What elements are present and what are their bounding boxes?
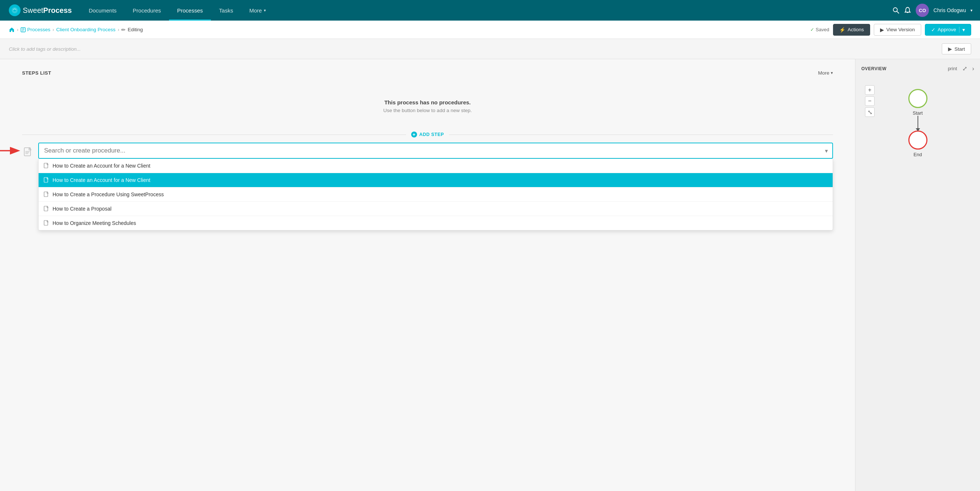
- start-circle: [908, 89, 928, 108]
- svg-point-1: [14, 9, 16, 11]
- breadcrumb-processes[interactable]: Processes: [21, 27, 50, 32]
- search-area: ▾ How to Create an Account for a New Cli…: [22, 143, 833, 159]
- svg-line-3: [897, 11, 899, 13]
- breadcrumb: › Processes › Client Onboarding Process …: [9, 27, 143, 33]
- zoom-out-button[interactable]: −: [865, 96, 875, 106]
- search-procedure-input[interactable]: [39, 143, 821, 158]
- flow-end-node: End: [908, 131, 928, 157]
- user-avatar[interactable]: CO: [916, 4, 929, 17]
- document-type-icon: [22, 146, 34, 158]
- approve-caret-icon[interactable]: ▾: [959, 27, 965, 33]
- dropdown-item-5[interactable]: How to Organize Meeting Schedules: [38, 216, 833, 230]
- overview-header: OVERVIEW print ⤢ ›: [861, 65, 974, 72]
- nav-right: CO Chris Odogwu ▾: [885, 4, 980, 17]
- view-version-button[interactable]: ▶ View Version: [874, 24, 921, 36]
- saved-status: ✓ Saved: [810, 27, 829, 32]
- flow-start-node: Start: [908, 89, 928, 116]
- breadcrumb-sep-3: ›: [118, 27, 119, 32]
- nav-processes[interactable]: Processes: [169, 0, 211, 21]
- steps-list-title: STEPS LIST: [22, 70, 51, 76]
- dropdown-item-4[interactable]: How to Create a Proposal: [38, 202, 833, 216]
- end-circle: [908, 131, 928, 150]
- overview-expand-icon[interactable]: ⤢: [963, 65, 967, 72]
- add-step-button[interactable]: + ADD STEP: [406, 132, 449, 137]
- approve-button[interactable]: ✓ Approve ▾: [925, 24, 971, 36]
- breadcrumb-process-name[interactable]: Client Onboarding Process: [56, 27, 115, 32]
- overview-print-button[interactable]: print: [948, 66, 957, 71]
- start-button[interactable]: ▶ Start: [942, 43, 971, 54]
- empty-title: This process has no procedures.: [22, 99, 833, 105]
- logo-text: SweetProcess: [23, 6, 72, 15]
- svg-rect-10: [24, 148, 30, 156]
- overview-actions: print ⤢ ›: [948, 65, 974, 72]
- empty-subtitle: Use the button below to add a new step.: [22, 108, 833, 113]
- nav-items: Documents Procedures Processes Tasks Mor…: [81, 0, 885, 21]
- main-content: STEPS LIST More ▾ This process has no pr…: [0, 59, 980, 491]
- add-step-plus-icon: +: [411, 132, 417, 137]
- breadcrumb-actions: ✓ Saved ⚡ Actions ▶ View Version ✓ Appro…: [810, 24, 971, 36]
- start-play-icon: ▶: [948, 46, 952, 52]
- search-dropdown-list: How to Create an Account for a New Clien…: [38, 159, 833, 230]
- overview-next-icon[interactable]: ›: [972, 65, 974, 72]
- approve-check-icon: ✓: [931, 27, 935, 33]
- steps-header: STEPS LIST More ▾: [22, 70, 833, 76]
- breadcrumb-sep-1: ›: [17, 27, 18, 32]
- search-icon-button[interactable]: [892, 6, 899, 14]
- empty-state: This process has no procedures. Use the …: [22, 84, 833, 124]
- nav-tasks[interactable]: Tasks: [211, 0, 241, 21]
- tags-bar: Click to add tags or description... ▶ St…: [0, 39, 980, 59]
- add-step-line-right: [449, 134, 833, 135]
- nav-documents[interactable]: Documents: [81, 0, 124, 21]
- zoom-fit-button[interactable]: ⤡: [865, 107, 875, 117]
- actions-button[interactable]: ⚡ Actions: [833, 24, 870, 36]
- red-arrow-indicator: [0, 143, 22, 158]
- dropdown-item-2[interactable]: How to Create an Account for a New Clien…: [38, 173, 833, 187]
- zoom-in-button[interactable]: +: [865, 85, 875, 95]
- overview-title: OVERVIEW: [861, 66, 886, 71]
- steps-panel: STEPS LIST More ▾ This process has no pr…: [0, 59, 855, 491]
- dropdown-item-1[interactable]: How to Create an Account for a New Clien…: [38, 159, 833, 173]
- search-input-row: ▾: [38, 143, 833, 159]
- more-dropdown-icon: ▾: [264, 8, 266, 13]
- flow-arrow-icon: [916, 128, 920, 131]
- end-label: End: [913, 152, 922, 157]
- add-step-line-left: [22, 134, 406, 135]
- flow-diagram: Start End: [908, 81, 928, 165]
- breadcrumb-bar: › Processes › Client Onboarding Process …: [0, 21, 980, 39]
- bolt-icon: ⚡: [839, 27, 845, 33]
- play-small-icon: ▶: [880, 27, 884, 33]
- svg-point-2: [893, 8, 897, 12]
- search-caret-icon[interactable]: ▾: [821, 147, 832, 155]
- top-navigation: SweetProcess Documents Procedures Proces…: [0, 0, 980, 21]
- breadcrumb-home[interactable]: [9, 27, 15, 33]
- steps-more-chevron: ▾: [831, 70, 833, 75]
- user-dropdown-icon: ▾: [970, 8, 973, 13]
- logo[interactable]: SweetProcess: [0, 5, 81, 16]
- start-label: Start: [913, 110, 923, 116]
- breadcrumb-sep-2: ›: [52, 27, 54, 32]
- breadcrumb-current: ✏ Editing: [121, 27, 143, 33]
- logo-icon: [9, 5, 21, 16]
- overview-container: + − ⤡ Start End: [861, 78, 974, 168]
- pencil-icon: ✏: [121, 27, 126, 33]
- steps-more-button[interactable]: More ▾: [818, 70, 833, 76]
- flow-connector: [918, 116, 918, 131]
- tags-placeholder[interactable]: Click to add tags or description...: [9, 46, 81, 52]
- overview-panel: OVERVIEW print ⤢ › + − ⤡ Start: [855, 59, 980, 491]
- flow-zoom-controls: + − ⤡: [865, 85, 875, 117]
- user-name[interactable]: Chris Odogwu: [933, 7, 966, 13]
- bell-icon-button[interactable]: [904, 6, 911, 14]
- dropdown-item-3[interactable]: How to Create a Procedure Using SweetPro…: [38, 187, 833, 202]
- saved-check-icon: ✓: [810, 27, 814, 32]
- search-dropdown-wrapper: ▾ How to Create an Account for a New Cli…: [38, 143, 833, 159]
- add-step-row: + ADD STEP: [22, 132, 833, 137]
- nav-procedures[interactable]: Procedures: [124, 0, 169, 21]
- nav-more[interactable]: More ▾: [241, 0, 274, 21]
